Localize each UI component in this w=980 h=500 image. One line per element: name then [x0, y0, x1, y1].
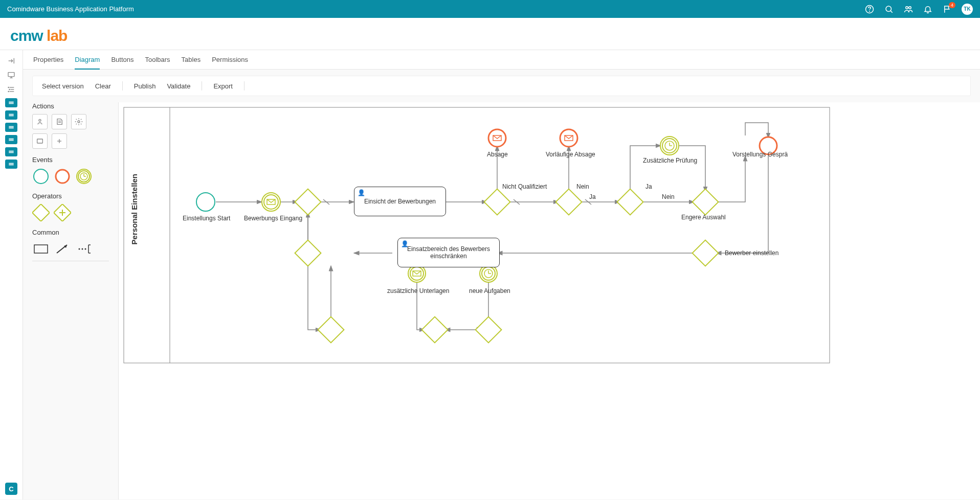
monitor-icon[interactable] — [6, 70, 17, 81]
left-rail: C — [0, 50, 23, 499]
palette-add[interactable] — [52, 133, 67, 149]
label-start: Einstellungs Start — [183, 215, 230, 222]
palette-pool[interactable] — [32, 240, 50, 258]
label-nein1: Nein — [576, 183, 589, 190]
svg-point-77 — [560, 129, 577, 147]
rail-tab-5[interactable] — [5, 147, 17, 156]
svg-rect-70 — [484, 189, 510, 215]
action-publish[interactable]: Publish — [134, 82, 156, 90]
palette-subprocess[interactable] — [32, 133, 48, 149]
help-icon[interactable] — [864, 4, 875, 14]
palette-script-task[interactable] — [52, 114, 67, 129]
svg-rect-69 — [295, 240, 321, 266]
divider — [244, 81, 244, 90]
pool-label[interactable]: Personal Einstellen — [130, 174, 139, 244]
svg-line-3 — [890, 11, 893, 13]
action-select-version[interactable]: Select version — [42, 82, 84, 90]
tab-diagram[interactable]: Diagram — [75, 51, 100, 70]
logo-part1: cmw — [10, 27, 43, 44]
label-absage: Absage — [487, 151, 508, 158]
svg-point-4 — [906, 6, 908, 9]
svg-point-75 — [488, 129, 506, 147]
palette-operators-title: Operators — [32, 192, 109, 200]
label-not-qualified: Nicht Qualifiziert — [502, 183, 547, 190]
task-label: Einsicht der Bewerbungen — [364, 198, 436, 205]
user-icon: 👤 — [358, 189, 365, 196]
rail-tab-3[interactable] — [5, 123, 17, 132]
svg-rect-51 — [34, 245, 48, 253]
palette-annotation[interactable] — [75, 240, 93, 258]
rail-tab-2[interactable] — [5, 110, 17, 120]
label-ja1: Ja — [589, 193, 596, 200]
svg-point-54 — [79, 248, 80, 250]
label-zusatz-pruef: Zusätzliche Prüfung — [643, 157, 697, 164]
task-label: Einsatzbereich des Bewerbers einschränke… — [402, 245, 495, 260]
palette-flow[interactable] — [54, 240, 71, 258]
label-neue-aufgaben: neue Aufgaben — [469, 287, 510, 294]
list-icon[interactable] — [6, 84, 17, 95]
topbar: Comindware Business Application Platform… — [0, 0, 980, 18]
action-export[interactable]: Export — [213, 82, 233, 90]
action-bar: Select version Clear Publish Validate Ex… — [32, 76, 971, 96]
users-icon[interactable] — [903, 4, 914, 14]
search-icon[interactable] — [884, 4, 894, 14]
svg-point-15 — [9, 89, 10, 89]
palette-start-event[interactable] — [32, 168, 50, 185]
palette-user-task[interactable] — [32, 114, 48, 129]
svg-rect-73 — [693, 189, 719, 215]
label-zusatz-unterlagen: zusätzliche Unterlagen — [387, 287, 449, 294]
svg-rect-94 — [422, 317, 448, 343]
palette-gateway-plus[interactable] — [54, 204, 71, 221]
palette-service-task[interactable] — [71, 114, 86, 129]
flag-icon[interactable]: 4 — [942, 4, 952, 14]
action-clear[interactable]: Clear — [95, 82, 111, 90]
label-nein2: Nein — [662, 193, 675, 200]
task-einsicht[interactable]: 👤 Einsicht der Bewerbungen — [354, 187, 446, 216]
tab-tables[interactable]: Tables — [182, 51, 201, 69]
canvas[interactable]: Personal Einstellen 👤 Einsicht der Bewer… — [118, 102, 980, 499]
palette-gateway[interactable] — [32, 204, 50, 221]
svg-rect-58 — [124, 107, 830, 363]
app-badge[interactable]: C — [5, 483, 17, 495]
topbar-icons: 4 TK — [864, 4, 973, 15]
palette-actions-title: Actions — [32, 102, 109, 110]
tab-toolbars[interactable]: Toolbars — [145, 51, 170, 69]
tab-permissions[interactable]: Permissions — [212, 51, 248, 69]
label-bewerber-einstellen: Bewerber einstellen — [725, 249, 778, 257]
label-vorl-absage: Vorläufige Absage — [546, 151, 595, 158]
rail-tab-4[interactable] — [5, 135, 17, 144]
svg-point-2 — [886, 6, 892, 12]
palette-common-title: Common — [32, 229, 109, 236]
user-icon: 👤 — [401, 240, 409, 247]
user-avatar[interactable]: TK — [962, 4, 973, 15]
svg-rect-68 — [295, 189, 321, 215]
logo: cmw lab — [10, 27, 970, 44]
tab-properties[interactable]: Properties — [33, 51, 63, 69]
palette-end-event[interactable] — [54, 168, 71, 185]
tab-buttons[interactable]: Buttons — [111, 51, 133, 69]
svg-rect-71 — [556, 189, 582, 215]
svg-rect-95 — [476, 317, 502, 343]
svg-point-66 — [264, 195, 278, 209]
svg-rect-93 — [318, 317, 344, 343]
bell-icon[interactable] — [923, 4, 933, 14]
rail-tab-6[interactable] — [5, 160, 17, 169]
collapse-icon[interactable] — [6, 55, 17, 66]
svg-point-14 — [8, 87, 9, 87]
palette-timer-event[interactable] — [75, 168, 93, 185]
svg-point-35 — [39, 119, 41, 121]
app-title: Comindware Business Application Platform — [7, 5, 134, 13]
label-vorstellung: Vorstellungs Gesprä — [732, 151, 788, 158]
rail-tab-1[interactable] — [5, 98, 17, 107]
svg-point-56 — [85, 248, 86, 250]
svg-rect-37 — [37, 139, 43, 143]
svg-rect-8 — [8, 73, 14, 77]
svg-point-64 — [196, 193, 215, 211]
svg-point-86 — [410, 267, 424, 280]
task-einsatzbereich[interactable]: 👤 Einsatzbereich des Bewerbers einschrän… — [397, 238, 500, 267]
svg-point-5 — [909, 6, 911, 9]
label-engere-auswahl: Engere Auswahl — [681, 214, 726, 221]
palette-divider — [32, 261, 109, 261]
action-validate[interactable]: Validate — [167, 82, 190, 90]
divider — [122, 81, 123, 90]
